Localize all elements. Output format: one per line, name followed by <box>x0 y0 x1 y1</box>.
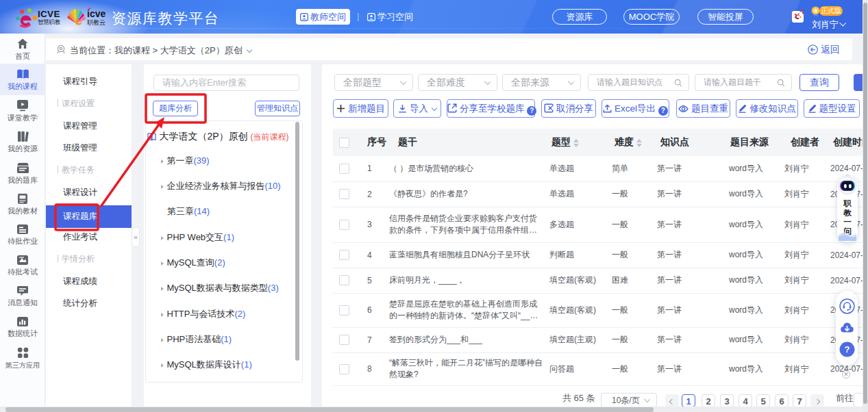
svg-text:?: ? <box>845 344 850 355</box>
